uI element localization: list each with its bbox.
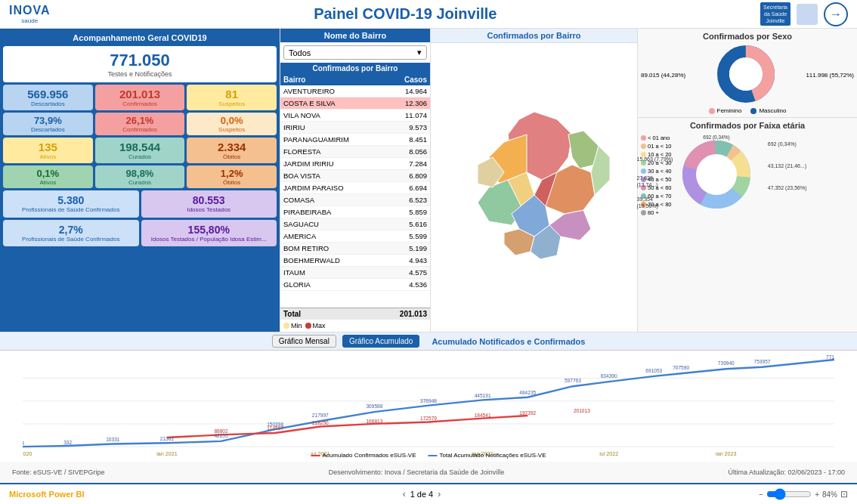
- curados-box: 198.544 Curados: [95, 138, 185, 163]
- chart-section-title: Acumulado Notificados e Confirmados: [432, 337, 585, 346]
- svg-text:739940: 739940: [718, 360, 735, 366]
- feminino-dot: [709, 108, 715, 114]
- prof-saude-number: 5.380: [6, 194, 136, 206]
- age-val-3: 47,352 (23,56%): [768, 184, 807, 191]
- total-tests-box: 771.050 Testes e Notificações: [3, 46, 277, 82]
- table-row[interactable]: SAGUACU5.616: [280, 218, 430, 230]
- fit-screen-icon[interactable]: ⊡: [840, 489, 848, 499]
- prof-pct-box: 2,7% Profissionais de Saúde Confirmados: [3, 220, 139, 247]
- row-bairro: JARDIM IRIRIU: [283, 159, 393, 168]
- grafico-acumulado-button[interactable]: Gráfico Acumulado: [342, 335, 420, 348]
- table-row[interactable]: COMASA6.523: [280, 194, 430, 206]
- idosos-pct-box: 155,80% Idosos Testados / População Idos…: [141, 220, 277, 247]
- left-panel: Acompanhamento Geral COVID19 771.050 Tes…: [0, 29, 280, 332]
- row-cases: 5.199: [393, 244, 427, 252]
- row-bairro: COMASA: [283, 196, 393, 204]
- svg-text:201013: 201013: [574, 408, 590, 413]
- page-title: Painel COVID-19 Joinville: [50, 5, 760, 23]
- bottom-stats: 5.380 Profissionais de Saúde Confirmados…: [3, 190, 277, 218]
- curados-pct-box: 98,8% Curados: [95, 165, 185, 188]
- row-bairro: COSTA E SILVA: [283, 99, 393, 107]
- row-bairro: IRIRIU: [283, 123, 393, 131]
- next-page-button[interactable]: ›: [438, 489, 441, 499]
- legend-notificados-label: Total Acumulado Notificações eSUS-VE: [440, 452, 546, 459]
- row-cases: 11.074: [393, 111, 427, 119]
- next-page-button[interactable]: →: [824, 2, 848, 26]
- table-row[interactable]: COSTA E SILVA12.306: [280, 97, 430, 110]
- prev-page-button[interactable]: ‹: [403, 489, 406, 499]
- legend-max: Max: [305, 322, 326, 329]
- recovery-stats-row: 135 Ativos 198.544 Curados 2.334 Óbitos: [3, 138, 277, 163]
- zoom-minus-icon[interactable]: −: [759, 490, 763, 499]
- table-row[interactable]: AVENTUREIRO14.964: [280, 85, 430, 97]
- ativos-pct-label: Ativos: [6, 179, 90, 186]
- legend-min-label: Min: [291, 322, 302, 329]
- table-row[interactable]: VILA NOVA11.074: [280, 110, 430, 122]
- svg-text:jan 2021: jan 2021: [156, 450, 177, 456]
- powerbi-footer: Microsoft Power BI ‹ 1 de 4 › − + 84% ⊡: [0, 483, 857, 504]
- table-row[interactable]: JARDIM IRIRIU7.284: [280, 158, 430, 170]
- descartados-number: 569.956: [8, 88, 88, 100]
- svg-text:10331: 10331: [106, 437, 120, 442]
- bairro-dropdown[interactable]: Todos ▾: [283, 45, 427, 60]
- table-row[interactable]: AMERICA5.599: [280, 230, 430, 243]
- logo-area: INOVA saúde: [9, 4, 50, 24]
- grafico-mensal-button[interactable]: Gráfico Mensal: [272, 335, 336, 348]
- descartados-label: Descartados: [8, 100, 88, 107]
- svg-text:445191: 445191: [475, 393, 491, 398]
- masculino-value: 111.998 (55,72%): [806, 72, 854, 79]
- top-section: Acompanhamento Geral COVID19 771.050 Tes…: [0, 29, 857, 332]
- row-bairro: JARDIM PARAISO: [283, 184, 393, 192]
- row-cases: 5.599: [393, 232, 427, 240]
- table-row[interactable]: PARANAGUAMIRIM8.451: [280, 134, 430, 146]
- confirmados-box: 201.013 Confirmados: [95, 85, 185, 110]
- chart-title-bar: Gráfico Mensal Gráfico Acumulado Acumula…: [0, 332, 857, 351]
- susp-pct-box: 0,0% Suspeitos: [187, 113, 277, 135]
- update-text: Última Atualização: 02/06/2023 - 17:00: [728, 468, 845, 476]
- sex-legend: Feminino Masculino: [641, 107, 854, 114]
- header: INOVA saúde Painel COVID-19 Joinville Se…: [0, 0, 857, 29]
- row-bairro: VILA NOVA: [283, 111, 393, 119]
- ativos-box: 135 Ativos: [3, 138, 93, 163]
- svg-text:jan 2023: jan 2023: [715, 450, 736, 456]
- table-row[interactable]: ITAUM4.575: [280, 267, 430, 279]
- table-row[interactable]: BOEHMERWALD4.943: [280, 255, 430, 267]
- svg-point-15: [729, 57, 763, 91]
- table-row[interactable]: PIRABEIRABA5.859: [280, 206, 430, 218]
- svg-text:484235: 484235: [519, 390, 536, 395]
- svg-text:597763: 597763: [565, 378, 581, 383]
- row-bairro: GLORIA: [283, 280, 393, 289]
- row-bairro: AVENTUREIRO: [283, 87, 393, 95]
- bairro-table-body: AVENTUREIRO14.964COSTA E SILVA12.306VILA…: [280, 85, 430, 308]
- svg-text:753957: 753957: [754, 359, 771, 364]
- suspeitos-number: 81: [191, 88, 272, 100]
- row-cases: 8.451: [393, 135, 427, 144]
- svg-text:88802: 88802: [214, 428, 228, 434]
- row-cases: 6.523: [393, 196, 427, 204]
- col-casos-header: Casos: [393, 76, 427, 84]
- age-legend-item-0: < 01 ano: [641, 135, 672, 141]
- table-row[interactable]: BOA VISTA6.809: [280, 170, 430, 182]
- sex-section: Confirmados por Sexo 89.015 (44,28%) 111…: [638, 29, 857, 118]
- age-dot-1: [641, 144, 646, 149]
- legend-min-dot: [283, 323, 289, 329]
- svg-text:3: 3: [23, 441, 24, 446]
- obitos-number: 2.334: [191, 141, 272, 153]
- table-row[interactable]: BOM RETIRO5.199: [280, 243, 430, 255]
- table-row[interactable]: FLORESTA8.056: [280, 146, 430, 158]
- table-row[interactable]: GLORIA4.536: [280, 279, 430, 291]
- table-total: Total 201.013: [280, 308, 430, 320]
- dropdown-arrow-icon: ▾: [417, 48, 422, 57]
- age-dot-0: [641, 135, 646, 141]
- chart-legend: Acumulado Confirmados eSUS-VE Total Acum…: [311, 452, 546, 459]
- masculino-legend: Masculino: [750, 107, 786, 114]
- powerbi-link[interactable]: Microsoft Power BI: [9, 490, 85, 499]
- table-row[interactable]: JARDIM PARAISO6.694: [280, 182, 430, 194]
- zoom-slider[interactable]: [766, 488, 812, 500]
- prof-saude-box: 5.380 Profissionais de Saúde Confirmados: [3, 190, 139, 218]
- zoom-bar: − + 84% ⊡: [759, 488, 848, 500]
- sex-chart-row: 89.015 (44,28%) 111.998 (55,72%): [641, 44, 854, 106]
- right-panel: Confirmados por Sexo 89.015 (44,28%) 111…: [638, 29, 857, 332]
- table-row[interactable]: IRIRIU9.573: [280, 122, 430, 134]
- zoom-plus-icon[interactable]: +: [815, 490, 819, 499]
